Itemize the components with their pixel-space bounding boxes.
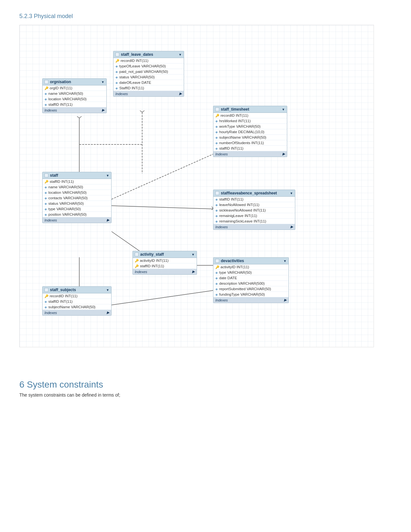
indexes-row[interactable]: Indexes ▶ — [43, 107, 106, 113]
fk-icon: ◈ — [115, 70, 118, 74]
field-text: staffID INT(11) — [140, 264, 164, 268]
table-row: ◈ subjectName VARCHAR(50) — [43, 304, 111, 310]
table-row: 🔑 recordID INT(11) — [113, 58, 184, 64]
table-row: ◈ remainingSickLeave INT(11) — [213, 219, 295, 224]
table-name: staff — [50, 173, 58, 178]
pk-icon: 🔑 — [44, 180, 48, 183]
field-text: recordID INT(11) — [50, 294, 77, 298]
table-row: ◈ leaveNoAllowed INT(11) — [213, 202, 295, 208]
field-text: location VARCHAR(50) — [48, 191, 87, 194]
fk-icon: ◈ — [215, 125, 218, 128]
indexes-label: Indexes — [44, 108, 57, 112]
table-row: 🔑 recordID INT(11) — [43, 293, 111, 299]
field-text: type VARCHAR(50) — [219, 271, 252, 274]
indexes-arrow: ▶ — [282, 152, 285, 156]
fk-icon: ◈ — [115, 86, 118, 90]
table-icon — [215, 259, 219, 263]
field-text: StaffID INT(11) — [119, 86, 144, 90]
expand-arrow[interactable]: ▼ — [191, 253, 195, 256]
bottom-subtitle: The system constraints can be defined in… — [19, 392, 392, 398]
svg-line-4 — [112, 206, 213, 209]
fk-icon: ◈ — [215, 282, 218, 285]
fk-icon: ◈ — [44, 196, 47, 200]
pk-icon: 🔑 — [135, 259, 139, 262]
table-staffleaveabence: staffleaveabence_spreadsheet ▼ ◈ staffID… — [213, 190, 295, 230]
expand-arrow[interactable]: ▼ — [106, 288, 109, 292]
field-text: description VARCHAR(500) — [219, 281, 265, 285]
field-text: recordID INT(11) — [220, 113, 248, 117]
expand-arrow[interactable]: ▼ — [179, 53, 182, 56]
table-staff-timesheet: staff_timesheet ▼ 🔑 recordID INT(11) ◈ h… — [213, 106, 287, 157]
table-name: staff_leave_dates — [121, 52, 153, 57]
table-row: ◈ location VARCHAR(50) — [43, 190, 111, 195]
field-text: location VARCHAR(50) — [48, 97, 87, 101]
svg-line-8 — [107, 290, 220, 306]
expand-arrow[interactable]: ▼ — [101, 80, 104, 84]
field-text: staffID INT(11) — [219, 146, 243, 150]
table-staff-subjects: staff_subjects ▼ 🔑 recordID INT(11) ◈ st… — [42, 286, 112, 316]
fk-icon: ◈ — [44, 92, 47, 95]
indexes-row[interactable]: Indexes ▶ — [43, 310, 111, 315]
field-text: fundingType VARCHAR(50) — [219, 292, 265, 296]
pk-icon: 🔑 — [115, 59, 119, 63]
indexes-row[interactable]: Indexes ▶ — [113, 91, 184, 96]
table-icon — [44, 288, 48, 292]
svg-line-3 — [112, 154, 213, 199]
table-name: devactivities — [221, 259, 244, 263]
indexes-row[interactable]: Indexes ▶ — [43, 217, 111, 223]
field-text: staffID INT(11) — [50, 180, 74, 183]
indexes-arrow: ▶ — [102, 108, 104, 112]
indexes-row[interactable]: Indexes ▶ — [213, 151, 287, 157]
table-icon — [44, 80, 48, 84]
indexes-row[interactable]: Indexes ▶ — [213, 297, 289, 303]
table-row: ◈ hrsWorked INT(11) — [213, 118, 287, 124]
table-row: ◈ typeOfLeave VARCHAR(50) — [113, 64, 184, 69]
table-devactivities: devactivities ▼ 🔑 activityID INT(11) ◈ t… — [213, 257, 289, 303]
table-row: ◈ StaffID INT(11) — [113, 85, 184, 91]
field-text: subjectName VARCHAR(50) — [219, 135, 266, 139]
fk-icon: ◈ — [44, 207, 47, 211]
table-staff: staff ▼ 🔑 staffID INT(11) ◈ name VARCHAR… — [42, 172, 112, 223]
table-name: staff_subjects — [50, 288, 76, 292]
table-staff-leave-dates: staff_leave_dates ▼ 🔑 recordID INT(11) ◈… — [113, 51, 184, 97]
indexes-label: Indexes — [44, 311, 57, 315]
fk-icon: ◈ — [215, 214, 218, 218]
svg-line-15 — [142, 111, 144, 112]
table-name: activity_staff — [140, 252, 164, 257]
table-row: 🔑 staffID INT(11) — [133, 263, 197, 269]
indexes-row[interactable]: Indexes ▶ — [213, 224, 295, 230]
expand-arrow[interactable]: ▼ — [283, 259, 287, 263]
indexes-arrow: ▶ — [290, 225, 293, 229]
table-icon — [215, 191, 219, 195]
table-row: 🔑 activityID INT(11) — [133, 258, 197, 263]
table-row: ◈ staffID INT(11) — [43, 102, 106, 107]
indexes-row[interactable]: Indexes ▶ — [133, 269, 197, 274]
field-text: recordID INT(11) — [121, 59, 148, 63]
expand-arrow[interactable]: ▼ — [282, 108, 285, 111]
indexes-label: Indexes — [215, 225, 228, 229]
field-text: subjectName VARCHAR(50) — [48, 305, 95, 309]
diagram-section: 5.2.3 Physical model — [19, 13, 392, 347]
field-text: hrsWorked INT(11) — [219, 119, 251, 123]
fk-icon: ◈ — [215, 141, 218, 145]
table-name: staffleaveabence_spreadsheet — [221, 191, 277, 195]
field-text: leaveNoAllowed INT(11) — [219, 203, 259, 207]
fk-icon: ◈ — [115, 75, 118, 79]
field-text: workType VARCHAR(50) — [219, 124, 260, 128]
expand-arrow[interactable]: ▼ — [106, 174, 109, 177]
table-row: ◈ contacts VARCHAR(50) — [43, 195, 111, 201]
svg-line-14 — [140, 111, 142, 112]
expand-arrow[interactable]: ▼ — [290, 192, 293, 195]
table-row: ◈ sickleaveNoAllowed INT(11) — [213, 208, 295, 213]
fk-icon: ◈ — [215, 147, 218, 150]
fk-icon: ◈ — [215, 198, 218, 201]
fk-icon: ◈ — [44, 202, 47, 205]
field-text: contacts VARCHAR(50) — [48, 196, 88, 200]
table-icon — [215, 107, 219, 111]
table-row: ◈ fundingType VARCHAR(50) — [213, 292, 289, 297]
field-text: activityID INT(11) — [220, 265, 249, 269]
indexes-label: Indexes — [115, 92, 128, 96]
fk-icon: ◈ — [115, 64, 118, 68]
fk-icon: ◈ — [44, 103, 47, 106]
table-row: ◈ type VARCHAR(50) — [213, 270, 289, 275]
